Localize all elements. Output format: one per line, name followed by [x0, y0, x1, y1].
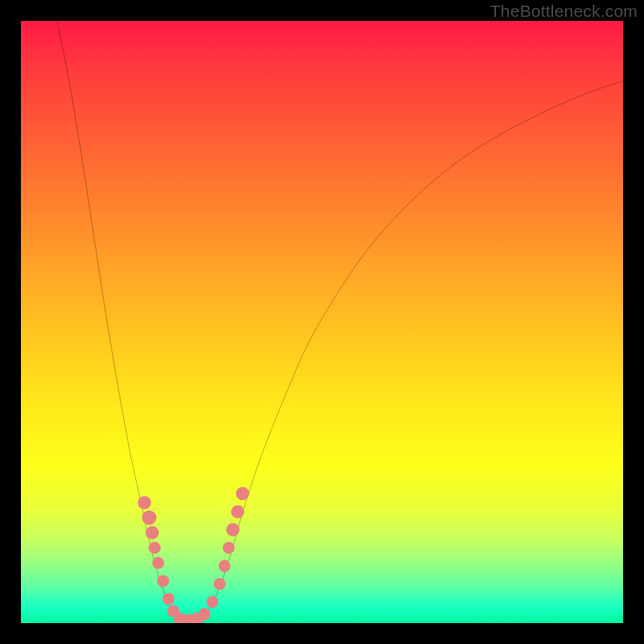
- data-marker: [157, 575, 169, 587]
- marker-group: [138, 487, 249, 623]
- plot-area: [21, 21, 623, 623]
- watermark-text: TheBottleneck.com: [490, 2, 638, 21]
- outer-frame: TheBottleneck.com: [0, 0, 644, 644]
- chart-svg: [21, 21, 623, 623]
- data-marker: [163, 593, 175, 605]
- data-marker: [152, 557, 164, 569]
- data-marker: [142, 510, 156, 525]
- bottleneck-curve: [57, 21, 623, 621]
- data-marker: [149, 542, 161, 554]
- data-marker: [138, 496, 151, 509]
- data-marker: [218, 559, 230, 572]
- data-marker: [146, 526, 159, 539]
- data-marker: [199, 608, 211, 620]
- data-marker: [226, 523, 239, 536]
- data-marker: [231, 505, 244, 518]
- data-marker: [223, 542, 235, 554]
- data-marker: [206, 596, 218, 608]
- data-marker: [236, 487, 249, 500]
- data-marker: [213, 578, 225, 590]
